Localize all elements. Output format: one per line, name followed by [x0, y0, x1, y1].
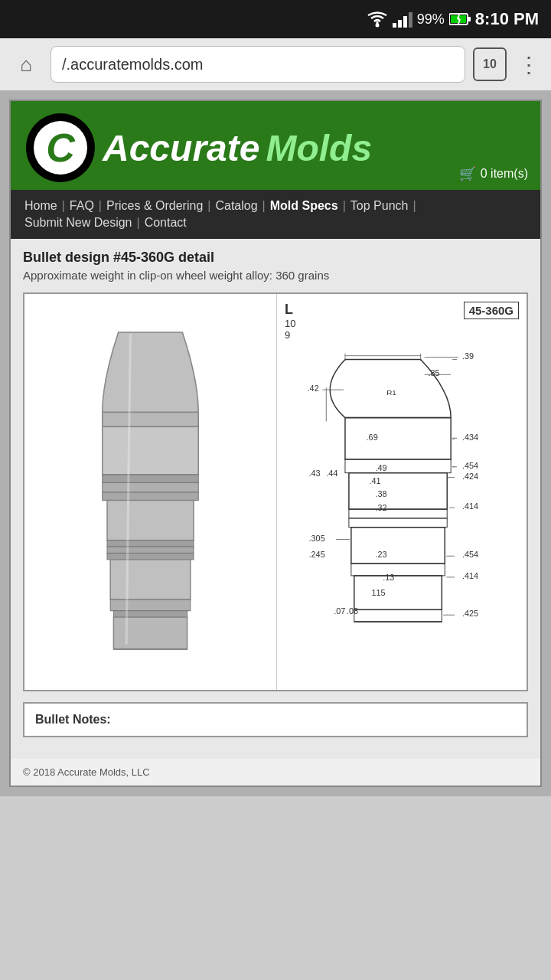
- bullet-weight-info: Approximate weight in clip-on wheel weig…: [23, 269, 528, 282]
- svg-rect-1: [393, 23, 396, 28]
- home-icon: ⌂: [20, 53, 32, 77]
- svg-text:.38: .38: [375, 489, 386, 498]
- logo-circle: C: [26, 113, 95, 182]
- logo-accurate: Accurate: [103, 127, 259, 169]
- page-wrapper: C Accurate Molds 🛒 0 item(s) Home | FAQ …: [0, 90, 551, 796]
- svg-text:.13: .13: [383, 573, 394, 582]
- nav-submit-design[interactable]: Submit New Design: [21, 214, 135, 231]
- svg-text:.43: .43: [309, 469, 321, 478]
- svg-text:.85: .85: [429, 368, 440, 377]
- nav-contact[interactable]: Contact: [142, 214, 190, 231]
- svg-rect-17: [107, 540, 194, 546]
- cart-count: 0 item(s): [481, 167, 528, 181]
- logo-molds: Molds: [266, 127, 372, 169]
- svg-rect-22: [113, 610, 187, 616]
- svg-rect-34: [354, 609, 442, 622]
- svg-text:.23: .23: [375, 550, 386, 559]
- tabs-button[interactable]: 10: [473, 47, 507, 81]
- svg-rect-11: [103, 412, 198, 426]
- copyright-text: © 2018 Accurate Molds, LLC: [23, 766, 150, 778]
- home-button[interactable]: ⌂: [9, 47, 43, 81]
- notes-label: Bullet Notes:: [35, 713, 111, 726]
- nav-catalog[interactable]: Catalog: [212, 198, 260, 214]
- browser-toolbar: ⌂ /.accuratemolds.com 10 ⋮: [0, 38, 551, 90]
- svg-rect-19: [107, 553, 194, 559]
- svg-text:.454: .454: [462, 550, 478, 559]
- svg-text:.305: .305: [309, 534, 325, 543]
- site-footer: © 2018 Accurate Molds, LLC: [11, 759, 540, 786]
- status-bar: 99% 8:10 PM: [0, 0, 551, 38]
- svg-text:.434: .434: [462, 433, 478, 442]
- svg-rect-18: [107, 547, 194, 553]
- url-bar[interactable]: /.accuratemolds.com: [51, 46, 465, 83]
- site-logo: C Accurate Molds: [26, 113, 525, 182]
- svg-rect-27: [345, 459, 451, 473]
- svg-text:.414: .414: [462, 501, 478, 511]
- svg-rect-15: [103, 492, 198, 500]
- browser-menu-button[interactable]: ⋮: [514, 47, 542, 81]
- cart-area[interactable]: 🛒 0 item(s): [459, 165, 528, 182]
- svg-text:.32: .32: [375, 503, 386, 512]
- svg-rect-29: [349, 509, 447, 518]
- svg-text:.454: .454: [462, 461, 478, 470]
- svg-rect-30: [349, 518, 447, 528]
- nav-faq[interactable]: FAQ: [67, 198, 97, 214]
- cart-icon: 🛒: [459, 165, 476, 182]
- svg-text:.245: .245: [309, 550, 325, 559]
- svg-text:.41: .41: [370, 476, 381, 485]
- spec-drawing: .39 .42 .85 R1 .43: [285, 344, 519, 681]
- ellipsis-icon: ⋮: [518, 52, 538, 77]
- svg-rect-3: [403, 16, 407, 28]
- nav-top-punch[interactable]: Top Punch: [347, 198, 412, 214]
- svg-text:.414: .414: [462, 571, 478, 580]
- bullet-illustration: [32, 316, 269, 668]
- svg-text:.69: .69: [367, 433, 378, 442]
- diagram-container: L 10 9 45-360G: [23, 292, 528, 691]
- spec-l-num2: 9: [285, 329, 295, 341]
- spec-l-num1: 10: [285, 318, 295, 329]
- nav-mold-specs[interactable]: Mold Specs: [267, 198, 341, 214]
- logo-c-letter: C: [46, 128, 75, 168]
- logo-inner-circle: C: [34, 121, 87, 175]
- svg-rect-4: [409, 12, 412, 28]
- tabs-count: 10: [483, 57, 497, 71]
- svg-text:.42: .42: [308, 384, 319, 393]
- logo-text: Accurate Molds: [103, 127, 372, 169]
- svg-rect-32: [351, 564, 445, 576]
- main-content: Bullet design #45-360G detail Approximat…: [11, 239, 540, 759]
- nav-home[interactable]: Home: [21, 198, 60, 214]
- svg-text:.07: .07: [334, 606, 345, 616]
- clock: 8:10 PM: [475, 9, 539, 29]
- svg-rect-16: [107, 500, 194, 540]
- svg-rect-6: [468, 17, 471, 21]
- nav-prices[interactable]: Prices & Ordering: [103, 198, 206, 214]
- wifi-icon: [367, 11, 388, 28]
- bullet-design-title: Bullet design #45-360G detail: [23, 250, 528, 266]
- svg-text:.49: .49: [375, 463, 386, 472]
- signal-icon: [393, 11, 412, 28]
- svg-rect-28: [349, 473, 447, 509]
- status-icons: 99% 8:10 PM: [367, 9, 539, 29]
- svg-rect-2: [398, 20, 402, 28]
- svg-rect-21: [110, 599, 191, 611]
- svg-rect-33: [354, 576, 442, 609]
- battery-icon: [449, 12, 471, 26]
- svg-text:.424: .424: [462, 472, 478, 481]
- svg-rect-13: [103, 475, 198, 482]
- svg-rect-12: [103, 426, 198, 475]
- svg-rect-20: [110, 559, 191, 599]
- site-header: C Accurate Molds 🛒 0 item(s): [11, 101, 540, 190]
- spec-diagram-panel: L 10 9 45-360G: [277, 294, 527, 690]
- url-text: /.accuratemolds.com: [62, 56, 204, 74]
- spec-l-label: L: [285, 302, 295, 318]
- svg-text:115: 115: [372, 588, 386, 597]
- svg-rect-23: [113, 617, 187, 649]
- page-content: C Accurate Molds 🛒 0 item(s) Home | FAQ …: [9, 100, 542, 787]
- svg-rect-26: [345, 418, 451, 459]
- spec-part-number: 45-360G: [464, 302, 519, 319]
- svg-text:.44: .44: [326, 469, 337, 478]
- svg-text:.425: .425: [462, 609, 478, 618]
- svg-text:.08: .08: [347, 606, 358, 616]
- svg-text:.39: .39: [462, 351, 474, 361]
- nav-bar: Home | FAQ | Prices & Ordering | Catalog…: [11, 190, 540, 239]
